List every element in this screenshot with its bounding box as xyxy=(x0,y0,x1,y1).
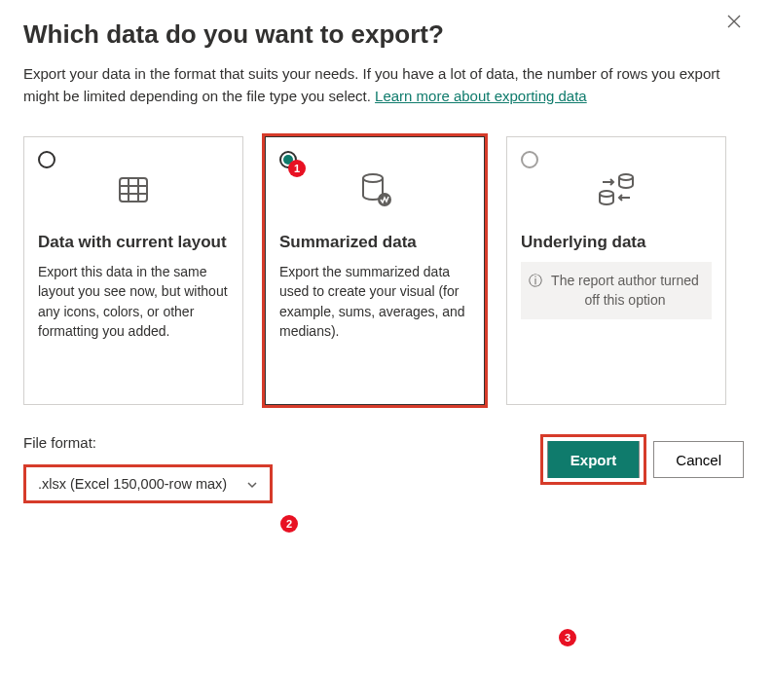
callout-badge-3: 3 xyxy=(559,629,576,646)
subtitle-text: Export your data in the format that suit… xyxy=(23,65,719,104)
dialog-title: Which data do you want to export? xyxy=(23,19,750,50)
export-options: Data with current layout Export this dat… xyxy=(23,136,750,405)
svg-point-5 xyxy=(363,174,383,182)
svg-rect-0 xyxy=(120,178,147,202)
table-icon xyxy=(38,159,229,221)
learn-more-link[interactable]: Learn more about exporting data xyxy=(375,88,587,104)
export-dialog: Which data do you want to export? Export… xyxy=(0,0,773,523)
option-title: Underlying data xyxy=(521,233,712,252)
close-icon[interactable] xyxy=(726,14,746,33)
info-icon: ⓘ xyxy=(529,272,542,291)
dialog-subtitle: Export your data in the format that suit… xyxy=(23,63,744,107)
svg-point-8 xyxy=(600,191,613,197)
export-button-highlight: Export xyxy=(547,441,641,478)
radio-underlying xyxy=(521,151,538,168)
dialog-footer: Export Cancel xyxy=(547,441,744,478)
svg-point-7 xyxy=(619,174,633,180)
option-title: Data with current layout xyxy=(38,233,229,252)
radio-current-layout[interactable] xyxy=(38,151,55,168)
option-underlying: Underlying data ⓘThe report author turne… xyxy=(506,136,726,405)
file-format-value: .xlsx (Excel 150,000-row max) xyxy=(38,476,227,492)
option-desc: Export this data in the same layout you … xyxy=(38,262,229,341)
file-format-select[interactable]: .xlsx (Excel 150,000-row max) xyxy=(23,464,273,503)
chevron-down-icon xyxy=(246,478,258,490)
export-button[interactable]: Export xyxy=(548,441,640,478)
callout-badge-2: 2 xyxy=(280,515,298,533)
disabled-note: ⓘThe report author turned off this optio… xyxy=(521,262,712,319)
disabled-note-text: The report author turned off this option xyxy=(546,272,704,310)
option-desc: Export the summarized data used to creat… xyxy=(279,262,470,341)
database-chart-icon xyxy=(279,159,470,221)
callout-badge-1: 1 xyxy=(288,160,306,177)
option-current-layout[interactable]: Data with current layout Export this dat… xyxy=(23,136,243,405)
cancel-button[interactable]: Cancel xyxy=(653,441,744,478)
database-transfer-icon xyxy=(521,159,712,221)
option-title: Summarized data xyxy=(279,233,470,252)
